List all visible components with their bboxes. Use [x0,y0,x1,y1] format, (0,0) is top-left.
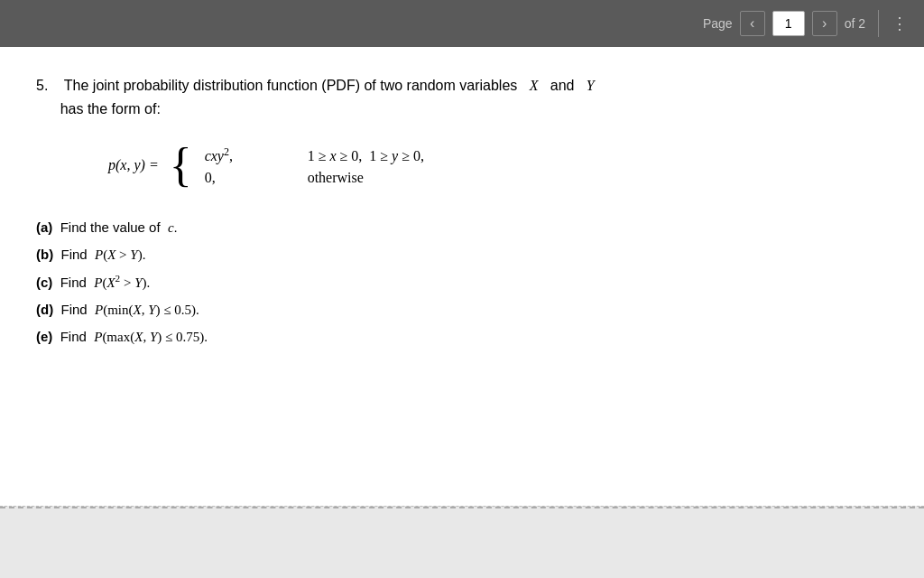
sub-q-c: (c) Find P(X2 > Y). [36,268,848,296]
next-page-button[interactable]: › [812,11,837,36]
brace-cases: { cxy2, 1 ≥ x ≥ 0, 1 ≥ y ≥ 0, 0, otherwi… [170,142,424,189]
var-y: Y [587,78,595,93]
case-row-1: cxy2, 1 ≥ x ≥ 0, 1 ≥ y ≥ 0, [205,145,424,164]
dashed-line [0,507,924,508]
formula-lhs: p(x, y) = [108,157,159,173]
menu-button[interactable]: ⋮ [886,10,913,37]
and-text: and [550,78,575,93]
page-number-input[interactable] [772,11,805,36]
prev-page-button[interactable]: ‹ [740,11,765,36]
case-row-2: 0, otherwise [205,170,424,186]
case2-cond: otherwise [308,170,364,186]
case1-expr: cxy2, [205,145,286,164]
sub-q-d: (d) Find P(min(X, Y) ≤ 0.5). [36,296,848,323]
sub-q-a: (a) Find the value of c. [36,214,848,241]
sub-q-b: (b) Find P(X > Y). [36,241,848,268]
problem-intro: The joint probability distribution funct… [64,78,517,93]
problem-header: 5. The joint probability distribution fu… [36,74,848,120]
page-label: Page [703,16,733,31]
formula-area: p(x, y) = { cxy2, 1 ≥ x ≥ 0, 1 ≥ y ≥ 0, … [108,142,848,189]
case2-expr: 0, [205,170,286,186]
toolbar-divider [878,10,879,37]
cases-content: cxy2, 1 ≥ x ≥ 0, 1 ≥ y ≥ 0, 0, otherwise [205,145,424,186]
problem-intro2: has the form of: [60,101,161,117]
open-brace: { [170,142,192,189]
footer-area [0,506,924,578]
case1-cond: 1 ≥ x ≥ 0, 1 ≥ y ≥ 0, [308,148,424,164]
sub-q-e: (e) Find P(max(X, Y) ≤ 0.75). [36,323,848,350]
problem-number: 5. [36,78,48,93]
sub-questions: (a) Find the value of c. (b) Find P(X > … [36,214,848,350]
page-of-label: of 2 [845,16,865,31]
toolbar: Page ‹ › of 2 ⋮ [0,0,924,47]
problem-container: 5. The joint probability distribution fu… [36,74,848,350]
content-area: 5. The joint probability distribution fu… [0,47,924,506]
var-x: X [530,78,539,93]
